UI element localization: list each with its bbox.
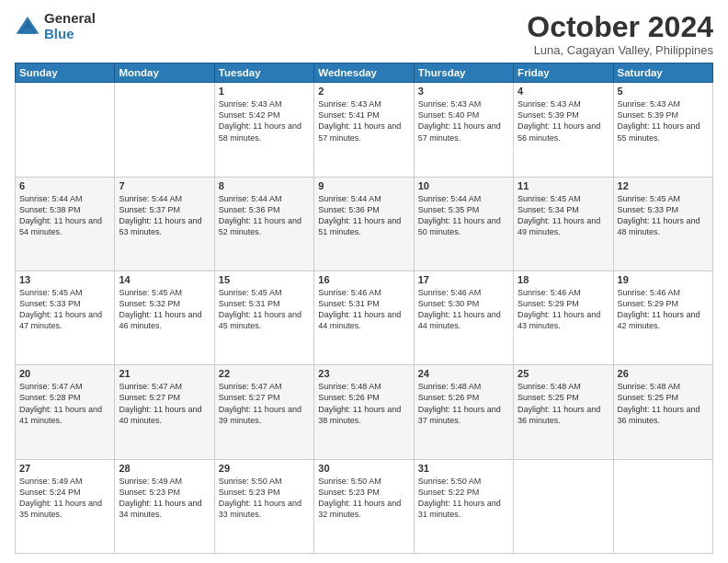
calendar-cell: 27Sunrise: 5:49 AM Sunset: 5:24 PM Dayli… — [16, 459, 115, 553]
calendar-cell: 21Sunrise: 5:47 AM Sunset: 5:27 PM Dayli… — [115, 365, 214, 459]
header: General Blue October 2024 Luna, Cagayan … — [15, 11, 713, 57]
svg-rect-2 — [22, 28, 33, 33]
calendar-cell: 6Sunrise: 5:44 AM Sunset: 5:38 PM Daylig… — [16, 177, 115, 270]
day-number: 23 — [318, 368, 409, 379]
day-number: 1 — [219, 86, 310, 97]
day-number: 15 — [219, 274, 310, 285]
cell-content: Sunrise: 5:45 AM Sunset: 5:33 PM Dayligh… — [618, 193, 709, 238]
calendar-cell: 18Sunrise: 5:46 AM Sunset: 5:29 PM Dayli… — [514, 270, 613, 364]
cell-content: Sunrise: 5:48 AM Sunset: 5:26 PM Dayligh… — [418, 381, 509, 426]
calendar-cell: 14Sunrise: 5:45 AM Sunset: 5:32 PM Dayli… — [115, 270, 214, 364]
month-title: October 2024 — [527, 11, 713, 43]
cell-content: Sunrise: 5:44 AM Sunset: 5:37 PM Dayligh… — [119, 193, 210, 238]
day-number: 22 — [219, 368, 310, 379]
cell-content: Sunrise: 5:46 AM Sunset: 5:31 PM Dayligh… — [318, 287, 409, 332]
day-number: 6 — [19, 180, 110, 191]
day-number: 20 — [19, 368, 110, 379]
calendar-cell: 28Sunrise: 5:49 AM Sunset: 5:23 PM Dayli… — [115, 459, 214, 553]
cell-content: Sunrise: 5:45 AM Sunset: 5:31 PM Dayligh… — [219, 287, 310, 332]
day-number: 16 — [318, 274, 409, 285]
cell-content: Sunrise: 5:45 AM Sunset: 5:32 PM Dayligh… — [119, 287, 210, 332]
calendar-cell: 11Sunrise: 5:45 AM Sunset: 5:34 PM Dayli… — [514, 177, 613, 270]
day-number: 21 — [119, 368, 210, 379]
cell-content: Sunrise: 5:48 AM Sunset: 5:25 PM Dayligh… — [618, 381, 709, 426]
day-header-friday: Friday — [514, 63, 613, 83]
cell-content: Sunrise: 5:45 AM Sunset: 5:33 PM Dayligh… — [19, 287, 110, 332]
day-number: 10 — [418, 180, 509, 191]
cell-content: Sunrise: 5:44 AM Sunset: 5:36 PM Dayligh… — [219, 193, 310, 238]
calendar-cell: 1Sunrise: 5:43 AM Sunset: 5:42 PM Daylig… — [214, 83, 313, 177]
calendar-cell: 31Sunrise: 5:50 AM Sunset: 5:22 PM Dayli… — [414, 459, 513, 553]
cell-content: Sunrise: 5:47 AM Sunset: 5:27 PM Dayligh… — [219, 381, 310, 426]
day-header-monday: Monday — [115, 63, 214, 83]
cell-content: Sunrise: 5:48 AM Sunset: 5:26 PM Dayligh… — [318, 381, 409, 426]
day-number: 28 — [119, 463, 210, 474]
week-row-5: 27Sunrise: 5:49 AM Sunset: 5:24 PM Dayli… — [16, 459, 713, 553]
day-header-wednesday: Wednesday — [314, 63, 414, 83]
day-number: 18 — [518, 274, 609, 285]
calendar-cell: 15Sunrise: 5:45 AM Sunset: 5:31 PM Dayli… — [214, 270, 313, 364]
day-number: 19 — [618, 274, 709, 285]
cell-content: Sunrise: 5:43 AM Sunset: 5:40 PM Dayligh… — [418, 98, 509, 144]
cell-content: Sunrise: 5:44 AM Sunset: 5:38 PM Dayligh… — [19, 193, 110, 238]
cell-content: Sunrise: 5:43 AM Sunset: 5:39 PM Dayligh… — [618, 98, 709, 144]
calendar-cell: 2Sunrise: 5:43 AM Sunset: 5:41 PM Daylig… — [314, 83, 414, 177]
day-header-thursday: Thursday — [414, 63, 513, 83]
week-row-2: 6Sunrise: 5:44 AM Sunset: 5:38 PM Daylig… — [16, 177, 713, 270]
week-row-3: 13Sunrise: 5:45 AM Sunset: 5:33 PM Dayli… — [16, 270, 713, 364]
calendar-cell: 24Sunrise: 5:48 AM Sunset: 5:26 PM Dayli… — [414, 365, 513, 459]
calendar-cell — [514, 459, 613, 553]
week-row-4: 20Sunrise: 5:47 AM Sunset: 5:28 PM Dayli… — [16, 365, 713, 459]
calendar-table: SundayMondayTuesdayWednesdayThursdayFrid… — [15, 63, 713, 554]
day-number: 7 — [119, 180, 210, 191]
calendar-cell: 17Sunrise: 5:46 AM Sunset: 5:30 PM Dayli… — [414, 270, 513, 364]
day-number: 24 — [418, 368, 509, 379]
calendar-cell: 29Sunrise: 5:50 AM Sunset: 5:23 PM Dayli… — [214, 459, 313, 553]
logo-text: General Blue — [44, 11, 96, 41]
cell-content: Sunrise: 5:46 AM Sunset: 5:29 PM Dayligh… — [618, 287, 709, 332]
cell-content: Sunrise: 5:43 AM Sunset: 5:41 PM Dayligh… — [318, 98, 409, 144]
cell-content: Sunrise: 5:43 AM Sunset: 5:39 PM Dayligh… — [518, 98, 609, 144]
day-header-saturday: Saturday — [613, 63, 712, 83]
cell-content: Sunrise: 5:50 AM Sunset: 5:22 PM Dayligh… — [418, 476, 509, 521]
day-number: 2 — [318, 86, 409, 97]
calendar-cell: 7Sunrise: 5:44 AM Sunset: 5:37 PM Daylig… — [115, 177, 214, 270]
title-block: October 2024 Luna, Cagayan Valley, Phili… — [527, 11, 713, 57]
day-number: 9 — [318, 180, 409, 191]
header-row: SundayMondayTuesdayWednesdayThursdayFrid… — [16, 63, 713, 83]
day-number: 17 — [418, 274, 509, 285]
cell-content: Sunrise: 5:44 AM Sunset: 5:35 PM Dayligh… — [418, 193, 509, 238]
day-number: 27 — [19, 463, 110, 474]
day-number: 31 — [418, 463, 509, 474]
calendar-cell: 10Sunrise: 5:44 AM Sunset: 5:35 PM Dayli… — [414, 177, 513, 270]
day-number: 5 — [618, 86, 709, 97]
day-number: 3 — [418, 86, 509, 97]
cell-content: Sunrise: 5:46 AM Sunset: 5:29 PM Dayligh… — [518, 287, 609, 332]
day-number: 14 — [119, 274, 210, 285]
calendar-cell: 5Sunrise: 5:43 AM Sunset: 5:39 PM Daylig… — [613, 83, 712, 177]
calendar-cell: 13Sunrise: 5:45 AM Sunset: 5:33 PM Dayli… — [16, 270, 115, 364]
calendar-cell: 16Sunrise: 5:46 AM Sunset: 5:31 PM Dayli… — [314, 270, 414, 364]
calendar-cell: 19Sunrise: 5:46 AM Sunset: 5:29 PM Dayli… — [613, 270, 712, 364]
calendar-cell — [613, 459, 712, 553]
calendar-cell: 12Sunrise: 5:45 AM Sunset: 5:33 PM Dayli… — [613, 177, 712, 270]
cell-content: Sunrise: 5:50 AM Sunset: 5:23 PM Dayligh… — [318, 476, 409, 521]
location: Luna, Cagayan Valley, Philippines — [527, 43, 713, 57]
cell-content: Sunrise: 5:50 AM Sunset: 5:23 PM Dayligh… — [219, 476, 310, 521]
week-row-1: 1Sunrise: 5:43 AM Sunset: 5:42 PM Daylig… — [16, 83, 713, 177]
day-number: 26 — [618, 368, 709, 379]
calendar-cell — [16, 83, 115, 177]
logo: General Blue — [15, 11, 96, 41]
calendar-cell: 25Sunrise: 5:48 AM Sunset: 5:25 PM Dayli… — [514, 365, 613, 459]
calendar-cell: 8Sunrise: 5:44 AM Sunset: 5:36 PM Daylig… — [214, 177, 313, 270]
day-number: 4 — [518, 86, 609, 97]
calendar-page: General Blue October 2024 Luna, Cagayan … — [0, 0, 728, 563]
calendar-cell: 3Sunrise: 5:43 AM Sunset: 5:40 PM Daylig… — [414, 83, 513, 177]
cell-content: Sunrise: 5:49 AM Sunset: 5:24 PM Dayligh… — [19, 476, 110, 521]
cell-content: Sunrise: 5:47 AM Sunset: 5:27 PM Dayligh… — [119, 381, 210, 426]
day-header-sunday: Sunday — [16, 63, 115, 83]
day-header-tuesday: Tuesday — [214, 63, 313, 83]
cell-content: Sunrise: 5:44 AM Sunset: 5:36 PM Dayligh… — [318, 193, 409, 238]
day-number: 8 — [219, 180, 310, 191]
cell-content: Sunrise: 5:43 AM Sunset: 5:42 PM Dayligh… — [219, 98, 310, 144]
